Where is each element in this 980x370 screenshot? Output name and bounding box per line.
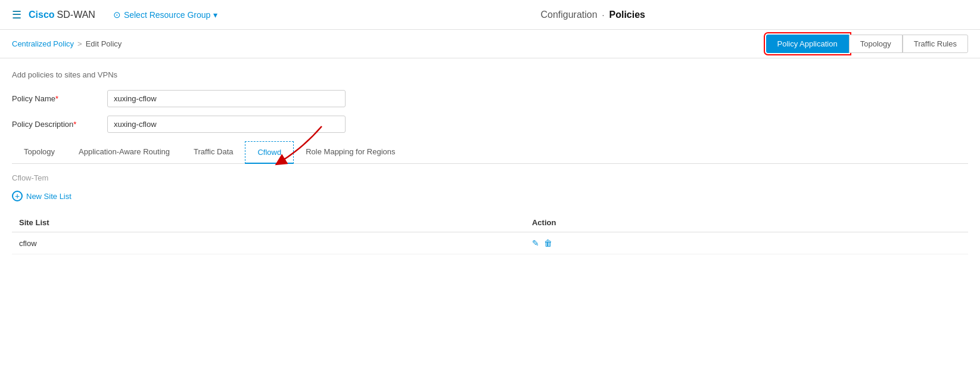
policy-desc-input[interactable]	[107, 116, 346, 133]
action-icons: ✎ 🗑	[532, 238, 961, 248]
cell-action: ✎ 🗑	[525, 232, 968, 254]
brand: Cisco SD-WAN	[29, 10, 95, 20]
policy-name-label: Policy Name*	[12, 94, 107, 103]
new-site-list-button[interactable]: + New Site List	[12, 191, 968, 201]
location-icon: ⊙	[113, 10, 121, 20]
sub-tab-cflowd[interactable]: Cflowd	[245, 141, 294, 164]
nav-center: Configuration · Policies	[217, 10, 968, 20]
brand-cisco: Cisco	[29, 10, 55, 20]
breadcrumb-separator: >	[77, 39, 82, 48]
section-title: Cflow-Tem	[12, 173, 968, 182]
breadcrumb-tabs-row: Centralized Policy > Edit Policy Policy …	[0, 30, 980, 58]
policy-name-row: Policy Name*	[12, 90, 968, 107]
sub-tab-topology[interactable]: Topology	[12, 141, 67, 163]
tab-topology[interactable]: Topology	[849, 35, 903, 53]
nav-dot: ·	[602, 10, 605, 20]
new-site-list-label: New Site List	[26, 192, 71, 201]
resource-group-dropdown-icon: ▾	[213, 10, 217, 20]
nav-policies-label: Policies	[609, 10, 645, 20]
table-body: cflow ✎ 🗑	[12, 232, 968, 254]
cell-site-list: cflow	[12, 232, 525, 254]
required-star-desc: *	[73, 120, 76, 129]
col-action: Action	[525, 213, 968, 232]
table-header: Site List Action	[12, 213, 968, 232]
brand-sdwan: SD-WAN	[57, 10, 95, 20]
sub-tab-traffic-data[interactable]: Traffic Data	[182, 141, 245, 163]
sub-tab-role-mapping[interactable]: Role Mapping for Regions	[294, 141, 407, 163]
site-list-table: Site List Action cflow ✎ 🗑	[12, 213, 968, 254]
main-content: Add policies to sites and VPNs Policy Na…	[0, 58, 980, 276]
breadcrumb-parent[interactable]: Centralized Policy	[12, 39, 74, 48]
col-site-list: Site List	[12, 213, 525, 232]
sub-tabs: Topology Application-Aware Routing Traff…	[12, 141, 968, 164]
section-content: Cflow-Tem + New Site List Site List Acti…	[12, 164, 968, 264]
top-tabs: Policy Application Topology Traffic Rule…	[766, 35, 968, 53]
hamburger-icon[interactable]: ☰	[12, 8, 21, 21]
policy-name-input[interactable]	[107, 90, 346, 107]
top-navigation: ☰ Cisco SD-WAN ⊙ Select Resource Group ▾…	[0, 0, 980, 30]
resource-group-selector[interactable]: ⊙ Select Resource Group ▾	[113, 10, 218, 20]
content-subtitle: Add policies to sites and VPNs	[12, 70, 968, 79]
sub-tab-app-aware[interactable]: Application-Aware Routing	[67, 141, 182, 163]
breadcrumb: Centralized Policy > Edit Policy	[12, 39, 766, 48]
resource-group-label: Select Resource Group	[124, 10, 211, 20]
required-star: *	[55, 94, 58, 103]
tab-policy-application[interactable]: Policy Application	[766, 35, 849, 53]
policy-desc-row: Policy Description*	[12, 116, 968, 133]
breadcrumb-current: Edit Policy	[86, 39, 122, 48]
edit-icon[interactable]: ✎	[532, 238, 539, 248]
nav-config-label: Configuration	[540, 10, 597, 20]
delete-icon[interactable]: 🗑	[544, 238, 552, 248]
table-row: cflow ✎ 🗑	[12, 232, 968, 254]
policy-desc-label: Policy Description*	[12, 120, 107, 129]
plus-circle-icon: +	[12, 191, 23, 201]
tab-traffic-rules[interactable]: Traffic Rules	[903, 35, 968, 53]
